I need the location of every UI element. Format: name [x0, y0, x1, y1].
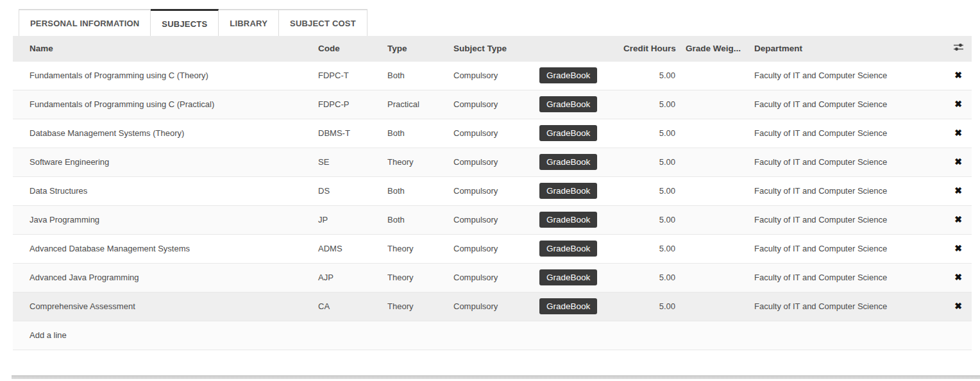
table-row[interactable]: Comprehensive Assessment CA Theory Compu…: [13, 292, 972, 321]
cell-grade-weightage[interactable]: [682, 263, 746, 292]
header-type[interactable]: Type: [384, 36, 450, 61]
gradebook-button[interactable]: GradeBook: [539, 298, 597, 314]
table-row[interactable]: Advanced Java Programming AJP Theory Com…: [13, 263, 972, 292]
gradebook-button[interactable]: GradeBook: [539, 67, 597, 83]
gradebook-button[interactable]: GradeBook: [539, 269, 597, 285]
header-code[interactable]: Code: [314, 36, 384, 61]
header-department[interactable]: Department: [746, 36, 945, 61]
table-row[interactable]: Data Structures DS Both Compulsory Grade…: [13, 176, 972, 205]
cell-name[interactable]: Advanced Database Management Systems: [13, 234, 314, 263]
cell-code[interactable]: SE: [314, 148, 384, 176]
add-a-line-link[interactable]: Add a line: [13, 321, 972, 350]
tab-library[interactable]: LIBRARY: [219, 9, 279, 36]
cell-type[interactable]: Both: [384, 119, 450, 148]
cell-grade-weightage[interactable]: [682, 119, 746, 148]
cell-grade-weightage[interactable]: [682, 234, 746, 263]
gradebook-button[interactable]: GradeBook: [539, 241, 597, 257]
cell-credit-hours[interactable]: 5.00: [620, 119, 682, 148]
cell-grade-weightage[interactable]: [682, 61, 746, 90]
cell-name[interactable]: Data Structures: [13, 176, 314, 205]
cell-code[interactable]: FDPC-P: [314, 90, 384, 119]
cell-department[interactable]: Faculty of IT and Computer Science: [746, 176, 945, 205]
table-row[interactable]: Database Management Systems (Theory) DBM…: [13, 119, 972, 148]
gradebook-button[interactable]: GradeBook: [539, 183, 597, 199]
cell-subject-type[interactable]: Compulsory: [450, 90, 530, 119]
cell-code[interactable]: ADMS: [314, 234, 384, 263]
cell-department[interactable]: Faculty of IT and Computer Science: [746, 90, 945, 119]
cell-department[interactable]: Faculty of IT and Computer Science: [746, 205, 945, 234]
cell-grade-weightage[interactable]: [682, 90, 746, 119]
delete-row-icon[interactable]: ✖: [954, 301, 962, 310]
cell-credit-hours[interactable]: 5.00: [620, 148, 682, 176]
cell-name[interactable]: Comprehensive Assessment: [13, 292, 314, 321]
table-row[interactable]: Software Engineering SE Theory Compulsor…: [13, 148, 972, 176]
header-name[interactable]: Name: [13, 36, 314, 61]
cell-subject-type[interactable]: Compulsory: [450, 263, 530, 292]
cell-credit-hours[interactable]: 5.00: [620, 234, 682, 263]
table-row[interactable]: Fundamentals of Programming using C (The…: [13, 61, 972, 90]
cell-name[interactable]: Fundamentals of Programming using C (Pra…: [13, 90, 314, 119]
cell-subject-type[interactable]: Compulsory: [450, 119, 530, 148]
cell-type[interactable]: Both: [384, 205, 450, 234]
cell-grade-weightage[interactable]: [682, 292, 746, 321]
cell-subject-type[interactable]: Compulsory: [450, 61, 530, 90]
table-row[interactable]: Advanced Database Management Systems ADM…: [13, 234, 972, 263]
cell-department[interactable]: Faculty of IT and Computer Science: [746, 119, 945, 148]
cell-credit-hours[interactable]: 5.00: [620, 90, 682, 119]
cell-subject-type[interactable]: Compulsory: [450, 234, 530, 263]
cell-credit-hours[interactable]: 5.00: [620, 263, 682, 292]
cell-type[interactable]: Theory: [384, 234, 450, 263]
cell-type[interactable]: Theory: [384, 263, 450, 292]
cell-department[interactable]: Faculty of IT and Computer Science: [746, 263, 945, 292]
delete-row-icon[interactable]: ✖: [954, 186, 962, 195]
cell-code[interactable]: FDPC-T: [314, 61, 384, 90]
delete-row-icon[interactable]: ✖: [954, 128, 962, 137]
cell-code[interactable]: DS: [314, 176, 384, 205]
cell-credit-hours[interactable]: 5.00: [620, 176, 682, 205]
cell-subject-type[interactable]: Compulsory: [450, 176, 530, 205]
tab-subject-cost[interactable]: SUBJECT COST: [279, 9, 368, 36]
header-subject-type[interactable]: Subject Type: [450, 36, 530, 61]
cell-code[interactable]: DBMS-T: [314, 119, 384, 148]
gradebook-button[interactable]: GradeBook: [539, 212, 597, 228]
cell-subject-type[interactable]: Compulsory: [450, 292, 530, 321]
delete-row-icon[interactable]: ✖: [954, 215, 962, 224]
cell-credit-hours[interactable]: 5.00: [620, 205, 682, 234]
cell-grade-weightage[interactable]: [682, 148, 746, 176]
cell-type[interactable]: Theory: [384, 148, 450, 176]
cell-department[interactable]: Faculty of IT and Computer Science: [746, 61, 945, 90]
gradebook-button[interactable]: GradeBook: [539, 96, 597, 112]
table-row[interactable]: Java Programming JP Both Compulsory Grad…: [13, 205, 972, 234]
cell-type[interactable]: Practical: [384, 90, 450, 119]
gradebook-button[interactable]: GradeBook: [539, 125, 597, 141]
cell-name[interactable]: Software Engineering: [13, 148, 314, 176]
cell-name[interactable]: Database Management Systems (Theory): [13, 119, 314, 148]
cell-type[interactable]: Theory: [384, 292, 450, 321]
cell-credit-hours[interactable]: 5.00: [620, 61, 682, 90]
header-credit-hours[interactable]: Credit Hours: [620, 36, 682, 61]
cell-department[interactable]: Faculty of IT and Computer Science: [746, 148, 945, 176]
cell-name[interactable]: Java Programming: [13, 205, 314, 234]
table-row[interactable]: Fundamentals of Programming using C (Pra…: [13, 90, 972, 119]
cell-code[interactable]: JP: [314, 205, 384, 234]
gradebook-button[interactable]: GradeBook: [539, 154, 597, 170]
tab-subjects[interactable]: SUBJECTS: [151, 9, 219, 36]
cell-subject-type[interactable]: Compulsory: [450, 205, 530, 234]
delete-row-icon[interactable]: ✖: [954, 99, 962, 108]
sliders-icon[interactable]: [953, 42, 964, 54]
cell-department[interactable]: Faculty of IT and Computer Science: [746, 234, 945, 263]
cell-name[interactable]: Fundamentals of Programming using C (The…: [13, 61, 314, 90]
bottom-scrollbar[interactable]: [12, 375, 980, 379]
cell-grade-weightage[interactable]: [682, 205, 746, 234]
delete-row-icon[interactable]: ✖: [954, 157, 962, 166]
cell-subject-type[interactable]: Compulsory: [450, 148, 530, 176]
delete-row-icon[interactable]: ✖: [954, 273, 962, 282]
header-column-options[interactable]: [945, 36, 972, 61]
delete-row-icon[interactable]: ✖: [954, 244, 962, 253]
tab-personal-information[interactable]: PERSONAL INFORMATION: [19, 9, 151, 36]
cell-grade-weightage[interactable]: [682, 176, 746, 205]
cell-type[interactable]: Both: [384, 176, 450, 205]
cell-code[interactable]: CA: [314, 292, 384, 321]
cell-code[interactable]: AJP: [314, 263, 384, 292]
delete-row-icon[interactable]: ✖: [954, 71, 962, 80]
